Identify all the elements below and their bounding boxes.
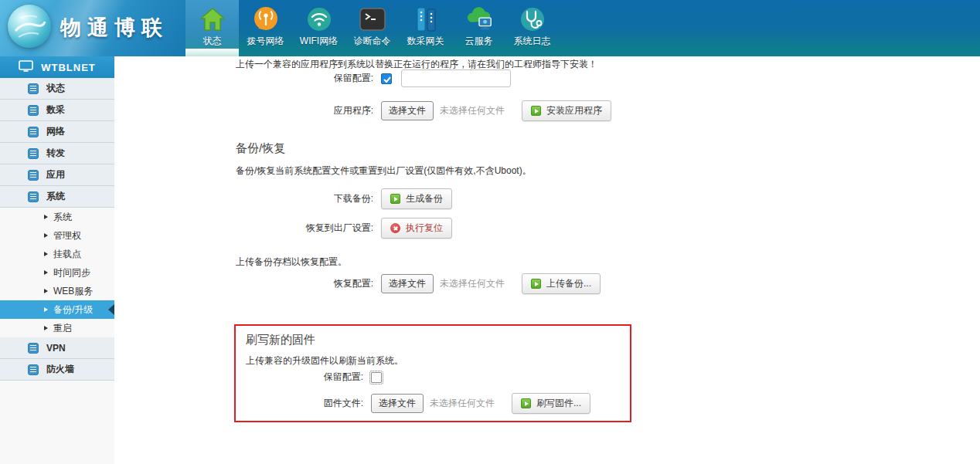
sidebar-item-label: 数采 [46,103,65,117]
firmware-file-row: 固件文件: 选择文件 未选择任何文件 刷写固件... [237,393,590,414]
factory-reset-label: 恢复到出厂设置: [236,222,373,235]
sidebar-item-firewall[interactable]: 防火墙 [0,359,114,381]
generate-backup-button[interactable]: 生成备份 [381,188,452,209]
nav-item-status[interactable]: 状态 [185,0,239,56]
app-file-label: 应用程序: [236,104,373,117]
no-file-text: 未选择任何文件 [440,277,505,290]
app-header: 物通博联 状态 [0,0,980,56]
caret-right-icon [44,307,48,312]
caret-right-icon [44,326,48,330]
sidebar-subitem-label: WEB服务 [53,285,93,298]
firmware-keep-config-checkbox[interactable] [371,372,382,383]
nav-item-system-log[interactable]: 系统日志 [505,0,559,56]
upload-backup-button[interactable]: 上传备份... [522,273,601,294]
sidebar-subitem-label: 备份/升级 [53,303,93,317]
sidebar: WTBLNET 状态 数采 网络 转发 应用 系统 系统 [0,56,114,464]
caret-right-icon [44,289,48,293]
firmware-section-highlight-box: 刷写新的固件 上传兼容的升级固件以刷新当前系统。 保留配置: 固件文件: 选择文… [234,324,631,422]
sidebar-subitem-label: 系统 [53,211,72,224]
sidebar-subitem-time-sync[interactable]: 时间同步 [0,263,114,282]
sidebar-item-label: VPN [46,343,66,354]
terminal-icon [358,5,387,34]
list-icon [28,343,39,354]
choose-file-button[interactable]: 选择文件 [371,394,424,413]
caret-right-icon [44,270,48,275]
flash-firmware-button[interactable]: 刷写固件... [512,393,590,414]
brand-globe-icon [8,5,51,48]
nav-label: 系统日志 [505,35,559,48]
sidebar-item-system[interactable]: 系统 [0,186,114,208]
brand-logo: 物通博联 [0,0,185,56]
download-backup-label: 下载备份: [236,192,373,205]
firmware-keep-config-label: 保留配置: [237,371,363,384]
sidebar-item-status[interactable]: 状态 [0,78,114,100]
main-content: 上传一个兼容的应用程序到系统以替换正在运行的程序，请在我们的工程师指导下安装！ … [114,56,980,464]
nav-label: 诊断命令 [345,35,399,48]
app-file-input: 选择文件 未选择任何文件 [381,101,522,120]
sidebar-item-forward[interactable]: 转发 [0,143,114,164]
device-name: WTBLNET [41,62,96,73]
install-app-button[interactable]: 安装应用程序 [522,100,611,121]
sidebar-item-data-collect[interactable]: 数采 [0,100,114,121]
sidebar-item-apps[interactable]: 应用 [0,164,114,186]
nav-item-dial-network[interactable]: 拨号网络 [239,0,292,56]
list-icon [28,191,39,202]
sidebar-subitem-system[interactable]: 系统 [0,208,114,226]
caret-right-icon [44,252,48,256]
sidebar-subitem-label: 时间同步 [53,266,90,279]
restore-config-row: 恢复配置: 选择文件 未选择任何文件 上传备份... [236,273,601,294]
sidebar-subitem-label: 管理权 [53,229,81,242]
caret-right-icon [44,215,48,219]
list-icon [28,127,39,137]
backup-section-desc: 备份/恢复当前系统配置文件或重置到出厂设置(仅固件有效,不含Uboot)。 [236,164,532,178]
firmware-section-title: 刷写新的固件 [246,333,315,347]
keep-config-checkbox[interactable] [381,73,392,84]
no-file-text: 未选择任何文件 [430,397,495,410]
sidebar-item-label: 应用 [46,168,65,181]
sidebar-subitem-mount-point[interactable]: 挂载点 [0,245,114,263]
choose-file-button[interactable]: 选择文件 [381,274,434,293]
sidebar-device-header: WTBLNET [0,56,114,78]
wifi-icon [305,5,334,34]
sidebar-subitem-web-service[interactable]: WEB服务 [0,282,114,300]
restore-config-label: 恢复配置: [236,277,373,290]
sidebar-subitem-admin[interactable]: 管理权 [0,226,114,245]
nav-item-diagnostics[interactable]: 诊断命令 [345,0,399,56]
nav-label: WIFI网络 [292,35,345,48]
firmware-file-input: 选择文件 未选择任何文件 [371,394,512,413]
keep-config-row: 保留配置: [236,69,511,87]
nav-label: 状态 [185,35,239,48]
sidebar-subitem-label: 挂载点 [53,248,81,261]
sidebar-subitem-reboot[interactable]: 重启 [0,319,114,337]
caret-right-icon [44,233,48,238]
nav-item-wifi-network[interactable]: WIFI网络 [292,0,345,56]
play-icon [531,279,541,289]
nav-item-data-gateway[interactable]: 数采网关 [399,0,452,56]
sidebar-item-vpn[interactable]: VPN [0,337,114,359]
keep-config-input[interactable] [401,69,511,87]
play-icon [521,398,531,408]
restore-file-input: 选择文件 未选择任何文件 [381,274,522,293]
dial-network-icon [251,5,281,34]
firmware-section-desc: 上传兼容的升级固件以刷新当前系统。 [246,354,403,367]
list-icon [28,364,39,375]
nav-label: 拨号网络 [239,35,292,48]
download-backup-row: 下载备份: 生成备份 [236,188,452,209]
sidebar-subitem-backup-upgrade[interactable]: 备份/升级 [0,300,114,319]
firmware-keep-config-row: 保留配置: [237,371,382,384]
home-icon [198,5,227,34]
play-icon [390,194,400,204]
brand-name: 物通博联 [60,14,168,42]
backup-section-title: 备份/恢复 [236,141,285,156]
perform-reset-button[interactable]: 执行复位 [381,218,452,239]
nav-label: 云服务 [452,35,505,48]
nav-item-cloud-service[interactable]: 云服务 [452,0,505,56]
choose-file-button[interactable]: 选择文件 [381,101,434,120]
factory-reset-row: 恢复到出厂设置: 执行复位 [236,218,452,239]
firmware-file-label: 固件文件: [237,397,363,410]
cloud-icon [464,5,494,34]
sidebar-item-network[interactable]: 网络 [0,121,114,143]
sidebar-subitem-label: 重启 [53,322,72,335]
monitor-icon [19,60,33,75]
app-file-row: 应用程序: 选择文件 未选择任何文件 安装应用程序 [236,100,611,121]
